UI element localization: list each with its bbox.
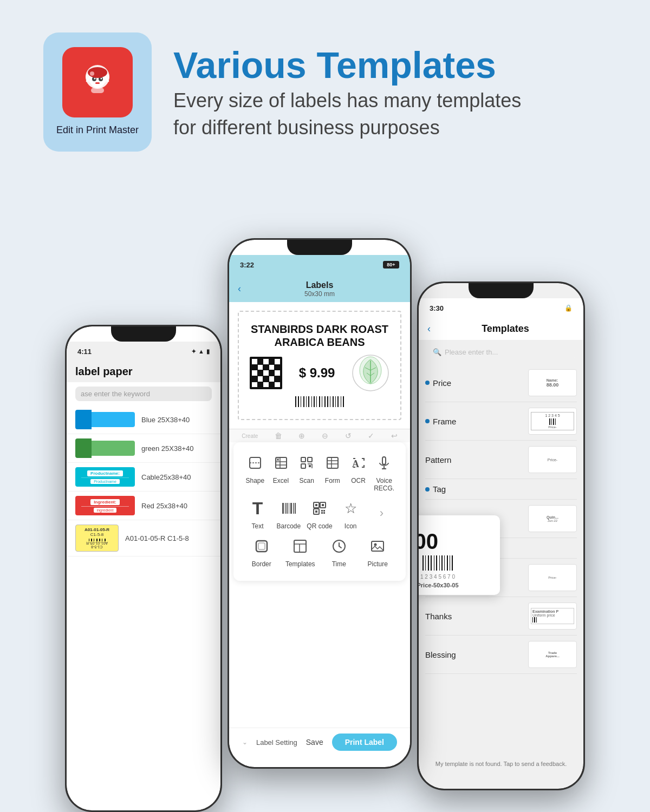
left-status-bar: 4:11 ✦ ▲ ▮ — [67, 342, 220, 361]
template-row-price[interactable]: Price Name:88.00 — [425, 364, 577, 402]
time-label: Time — [332, 560, 346, 568]
time-icon — [327, 534, 351, 558]
rotate-icon[interactable]: ↺ — [345, 431, 352, 440]
right-time: 3:30 — [430, 304, 444, 312]
zoom-out-icon[interactable]: ⊖ — [322, 431, 328, 440]
right-search[interactable]: 🔍 Please enter th... — [425, 345, 577, 359]
tool-text[interactable]: T Text — [242, 496, 273, 530]
tool-barcode[interactable]: Barcode — [273, 496, 304, 530]
svg-rect-43 — [289, 503, 289, 514]
svg-rect-53 — [321, 510, 323, 512]
right-search-placeholder: Please enter th... — [445, 348, 498, 356]
cookie-popup: Cookie 88.00 — [419, 515, 500, 595]
create-btn[interactable]: Create — [242, 433, 258, 439]
phones-section: 4:11 ✦ ▲ ▮ label paper ase enter the key… — [0, 173, 650, 769]
tool-voice[interactable]: Voice RECG. — [371, 451, 397, 492]
left-status-icons: ✦ ▲ ▮ — [191, 348, 210, 355]
template-row-blessing[interactable]: Blessing TradeAppare... — [425, 636, 577, 674]
barcode-icon — [277, 496, 301, 520]
tool-icon[interactable]: ☆ Icon — [335, 496, 366, 530]
green-label-color — [75, 438, 135, 458]
nav-back-icon[interactable]: ‹ — [238, 283, 241, 294]
cookie-price: 88.00 — [419, 531, 491, 552]
label-item-cable[interactable]: Productname: Productname Cable25x38+40 — [67, 463, 220, 492]
cookie-name: Cookie — [419, 522, 491, 529]
svg-rect-56 — [323, 512, 325, 514]
templates-icon — [288, 534, 312, 558]
print-btn[interactable]: Print Label — [332, 734, 397, 751]
tool-form[interactable]: Form — [320, 451, 346, 492]
svg-rect-52 — [315, 510, 317, 513]
svg-line-64 — [339, 546, 341, 548]
tool-picture[interactable]: Picture — [361, 534, 394, 568]
undo-icon[interactable]: ↩ — [391, 431, 398, 440]
form-icon — [321, 451, 344, 475]
center-nav: ‹ Labels 50x30 mm — [229, 274, 410, 302]
app-icon-wrapper[interactable]: Edit in Print Master — [43, 32, 152, 152]
left-search-placeholder[interactable]: ase enter the keyword — [75, 387, 212, 401]
svg-rect-58 — [258, 543, 265, 549]
yellow-label-text: A01-01-05-R C1-5-8 — [125, 534, 189, 542]
subtitle-line1: Every size of labels has many templates — [173, 89, 521, 112]
label-barcode — [250, 395, 389, 408]
tool-shape[interactable]: Shape — [242, 451, 268, 492]
label-preview: STANBIRDS DARK ROAST ARABICA BEANS $ 9. — [238, 311, 401, 420]
red-label-ingredient: Ingredient: ingredient — [75, 496, 135, 515]
svg-rect-40 — [282, 503, 284, 514]
right-nav-back[interactable]: ‹ — [427, 323, 431, 335]
cookie-template-id: Price-50x30-05 — [419, 582, 491, 588]
border-icon — [250, 534, 274, 558]
templates-label: Templates — [285, 560, 315, 568]
yellow-label-wrap: A01-01-05-R C1-5-8 A01- — [75, 525, 119, 552]
icon-icon: ☆ — [339, 496, 362, 520]
tool-scan[interactable]: Scan — [294, 451, 320, 492]
tool-time[interactable]: Time — [323, 534, 355, 568]
tool-excel[interactable]: Excel — [268, 451, 294, 492]
svg-rect-59 — [294, 540, 306, 552]
expand-icon[interactable]: ⌄ — [242, 738, 248, 746]
label-preview-title-line1: STANBIRDS DARK ROAST — [250, 323, 389, 336]
label-item-blue[interactable]: Blue 25X38+40 — [67, 405, 220, 434]
tool-row-2: T Text — [242, 496, 397, 530]
label-item-green[interactable]: green 25X38+40 — [67, 434, 220, 463]
green-label-text: green 25X38+40 — [141, 444, 194, 453]
category-pattern: Pattern — [425, 455, 451, 464]
more-arrow[interactable]: › — [366, 496, 397, 530]
save-btn[interactable]: Save — [306, 738, 323, 746]
app-icon-label: Edit in Print Master — [56, 124, 139, 136]
label-item-yellow[interactable]: A01-01-05-R C1-5-8 A01- — [67, 520, 220, 556]
header-section: Edit in Print Master Various Templates E… — [0, 0, 650, 173]
template-row-pattern[interactable]: Pattern Price- — [425, 441, 577, 479]
text-label: Text — [252, 522, 264, 530]
blue-label-color — [75, 410, 135, 429]
zoom-in-icon[interactable]: ⊕ — [298, 431, 305, 440]
red-label-text: Red 25x38+40 — [141, 502, 187, 510]
delete-icon[interactable]: 🗑 — [275, 431, 282, 440]
category-frame: Frame — [425, 417, 456, 426]
cookie-barcode-numbers: 1 2 3 4 5 6 7 0 — [419, 574, 491, 580]
right-phone-notch — [469, 283, 534, 298]
label-setting-btn[interactable]: Label Setting — [256, 738, 297, 746]
template-row-tag[interactable]: Tag — [425, 479, 577, 500]
blue-label-text: Blue 25X38+40 — [141, 416, 190, 424]
tool-templates[interactable]: Templates — [284, 534, 316, 568]
tool-qrcode[interactable]: QR code — [304, 496, 335, 530]
right-phone: 3:30 🔒 ‹ Templates 🔍 Please enter th... … — [417, 281, 585, 790]
tool-ocr[interactable]: A OCR — [346, 451, 372, 492]
svg-point-6 — [101, 78, 102, 80]
template-row-thanks[interactable]: Thanks Examination P Uniform price — [425, 597, 577, 636]
label-item-red[interactable]: Ingredient: ingredient Red 25x38+40 — [67, 492, 220, 520]
tool-grid: Shape Excel Scan — [233, 442, 406, 581]
template-row-frame[interactable]: Frame 1 2 3 4 5 Price- — [425, 402, 577, 441]
subtitle-line2: for different business purposes — [173, 116, 521, 139]
ocr-icon: A — [347, 451, 370, 475]
tool-border[interactable]: Border — [245, 534, 278, 568]
text-icon: T — [246, 496, 270, 520]
svg-rect-28 — [301, 464, 306, 468]
single-icon[interactable]: ✓ — [368, 431, 374, 440]
icon-label: Icon — [344, 522, 357, 530]
form-label: Form — [325, 477, 340, 484]
right-status-bar: 3:30 🔒 — [419, 298, 583, 318]
wish-preview: Price- — [528, 564, 577, 591]
svg-point-66 — [374, 543, 377, 546]
